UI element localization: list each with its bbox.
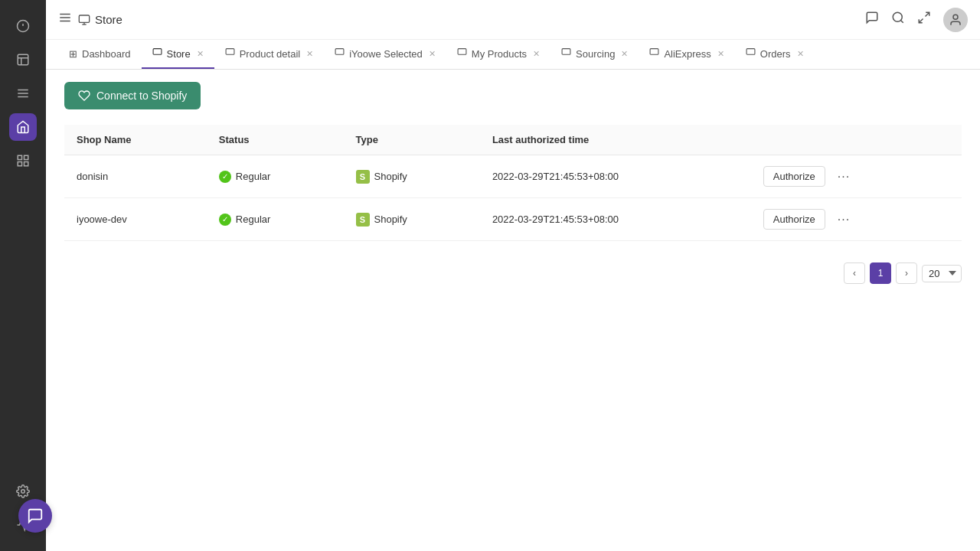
- connect-shopify-button[interactable]: Connect to Shopify: [64, 82, 201, 109]
- cell-type: S Shopify: [344, 155, 480, 198]
- type-label: Shopify: [374, 214, 407, 225]
- cell-type: S Shopify: [344, 198, 480, 241]
- tab-store-label: Store: [167, 48, 191, 60]
- sidebar-list-icon[interactable]: [9, 80, 37, 107]
- cell-actions: Authorize ···: [751, 155, 962, 198]
- authorize-button[interactable]: Authorize: [763, 166, 825, 187]
- col-status: Status: [207, 125, 344, 155]
- tab-aliexpress-icon: [649, 47, 659, 60]
- tab-dashboard-icon: ⊞: [69, 48, 77, 60]
- tab-my-products-icon: [457, 47, 467, 60]
- tab-my-products[interactable]: My Products ✕: [446, 40, 550, 69]
- tab-product-detail-close[interactable]: ✕: [306, 50, 313, 58]
- tab-orders-close[interactable]: ✕: [797, 50, 804, 58]
- more-options-button[interactable]: ···: [831, 210, 856, 230]
- tab-aliexpress-label: AliExpress: [664, 48, 710, 60]
- svg-rect-8: [24, 155, 28, 159]
- table-row: donisin ✓ Regular S Shopify 2022-03-29T2…: [64, 155, 962, 198]
- fullscreen-icon[interactable]: [917, 11, 931, 28]
- sidebar-store-icon[interactable]: [9, 113, 37, 141]
- svg-rect-3: [18, 54, 28, 65]
- cell-status: ✓ Regular: [207, 198, 344, 241]
- tab-product-detail[interactable]: Product detail ✕: [214, 40, 325, 69]
- topbar: Store: [46, 0, 980, 40]
- table-header-row: Shop Name Status Type Last authorized ti…: [64, 125, 962, 155]
- svg-point-11: [21, 490, 25, 494]
- svg-rect-9: [18, 162, 21, 166]
- pagination-page-1[interactable]: 1: [870, 262, 891, 284]
- tab-iyoowe-selected-label: iYoowe Selected: [349, 48, 423, 60]
- tab-dashboard-label: Dashboard: [82, 48, 131, 60]
- chat-bubble[interactable]: [18, 499, 52, 533]
- tab-aliexpress-close[interactable]: ✕: [717, 50, 724, 58]
- cell-last-authorized: 2022-03-29T21:45:53+08:00: [480, 155, 751, 198]
- tab-orders-label: Orders: [760, 48, 791, 60]
- col-type: Type: [344, 125, 480, 155]
- svg-rect-26: [458, 49, 466, 55]
- svg-rect-24: [226, 49, 234, 55]
- col-actions: [751, 125, 962, 155]
- tab-my-products-label: My Products: [472, 48, 527, 60]
- status-label: Regular: [236, 214, 271, 225]
- authorize-button[interactable]: Authorize: [763, 209, 825, 230]
- tab-iyoowe-selected-close[interactable]: ✕: [429, 50, 436, 58]
- cell-shop-name: iyoowe-dev: [64, 198, 207, 241]
- type-label: Shopify: [374, 171, 407, 182]
- tab-aliexpress[interactable]: AliExpress ✕: [639, 40, 734, 69]
- svg-point-22: [953, 15, 958, 19]
- tab-product-detail-icon: [225, 47, 235, 60]
- tab-dashboard[interactable]: ⊞ Dashboard: [58, 41, 142, 69]
- pagination-prev[interactable]: ‹: [844, 262, 865, 284]
- svg-rect-7: [18, 155, 21, 159]
- cell-actions: Authorize ···: [751, 198, 962, 241]
- svg-line-21: [919, 19, 923, 23]
- status-dot: ✓: [219, 171, 231, 183]
- table-row: iyoowe-dev ✓ Regular S Shopify 2022-03-2…: [64, 198, 962, 241]
- cell-shop-name: donisin: [64, 155, 207, 198]
- cell-status: ✓ Regular: [207, 155, 344, 198]
- page-content: Connect to Shopify Shop Name Status Type…: [46, 70, 980, 551]
- shopify-icon: S: [356, 213, 370, 227]
- svg-rect-23: [153, 49, 162, 55]
- svg-rect-27: [562, 49, 570, 55]
- sidebar-inbox-icon[interactable]: [9, 46, 37, 73]
- more-options-button[interactable]: ···: [831, 167, 856, 187]
- tab-orders[interactable]: Orders ✕: [735, 40, 815, 69]
- user-avatar[interactable]: [943, 8, 968, 32]
- col-last-authorized: Last authorized time: [480, 125, 751, 155]
- svg-rect-15: [79, 15, 89, 22]
- sidebar-home-icon[interactable]: [9, 12, 37, 40]
- sidebar-chart-icon[interactable]: [9, 147, 37, 174]
- pagination-next[interactable]: ›: [896, 262, 917, 284]
- hamburger-icon[interactable]: [58, 11, 72, 28]
- tab-sourcing-label: Sourcing: [576, 48, 615, 60]
- store-table: Shop Name Status Type Last authorized ti…: [64, 125, 962, 241]
- tab-sourcing-close[interactable]: ✕: [621, 50, 628, 58]
- tab-store-close[interactable]: ✕: [197, 50, 204, 58]
- message-icon[interactable]: [865, 11, 879, 28]
- tab-store[interactable]: Store ✕: [142, 40, 214, 69]
- tab-sourcing[interactable]: Sourcing ✕: [550, 40, 639, 69]
- pagination: ‹ 1 › 20 50 100: [64, 256, 962, 290]
- svg-point-18: [893, 12, 902, 21]
- sidebar: [0, 0, 46, 551]
- tab-iyoowe-selected-icon: [335, 47, 345, 60]
- cell-last-authorized: 2022-03-29T21:45:53+08:00: [480, 198, 751, 241]
- topbar-store-label: Store: [78, 13, 122, 26]
- status-label: Regular: [236, 171, 271, 182]
- tab-sourcing-icon: [561, 47, 571, 60]
- main-content: Store ⊞ Dashboard St: [46, 0, 980, 551]
- search-icon[interactable]: [891, 11, 905, 28]
- pagination-page-size[interactable]: 20 50 100: [922, 265, 962, 282]
- topbar-title: Store: [95, 13, 122, 26]
- svg-rect-29: [746, 49, 755, 55]
- svg-line-20: [926, 12, 929, 16]
- tab-my-products-close[interactable]: ✕: [533, 50, 540, 58]
- svg-line-19: [900, 20, 903, 22]
- tab-iyoowe-selected[interactable]: iYoowe Selected ✕: [324, 40, 446, 69]
- topbar-left: Store: [58, 11, 122, 28]
- topbar-right: [865, 8, 968, 32]
- tabs-bar: ⊞ Dashboard Store ✕ Product detail ✕ iYo…: [46, 40, 980, 70]
- tab-product-detail-label: Product detail: [240, 48, 301, 60]
- tab-store-icon: [152, 47, 162, 60]
